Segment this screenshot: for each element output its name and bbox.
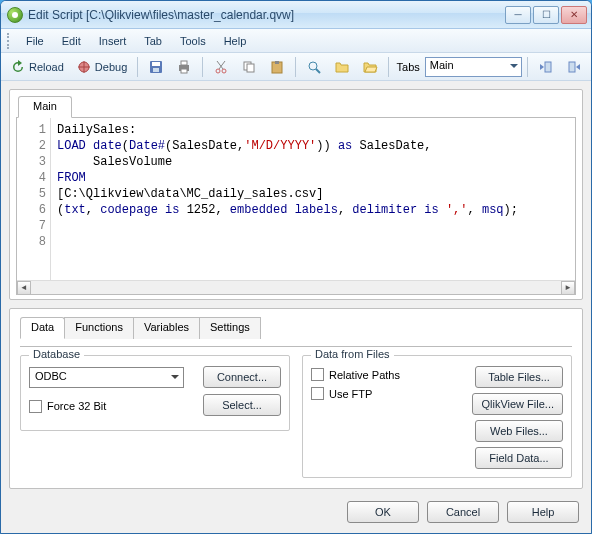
menu-tools[interactable]: Tools <box>171 32 215 50</box>
find-icon <box>306 59 322 75</box>
folder-icon <box>334 59 350 75</box>
line-gutter: 12345678 <box>17 118 51 294</box>
database-legend: Database <box>29 348 84 360</box>
svg-rect-4 <box>152 62 160 66</box>
relative-label: Relative Paths <box>329 369 400 381</box>
svg-line-18 <box>316 69 320 73</box>
svg-rect-14 <box>247 64 254 72</box>
svg-rect-5 <box>153 68 159 72</box>
web-files-button[interactable]: Web Files... <box>475 420 563 442</box>
reload-label: Reload <box>29 61 64 73</box>
paste-button[interactable] <box>264 56 290 78</box>
force32-label: Force 32 Bit <box>47 400 106 412</box>
toolbar: Reload Debug Tabs Main <box>1 53 591 81</box>
code-editor[interactable]: 12345678 DailySales:LOAD date(Date#(Sale… <box>16 117 576 295</box>
svg-rect-8 <box>181 69 187 73</box>
svg-point-9 <box>216 69 220 73</box>
database-type-combo[interactable]: ODBC <box>29 367 184 388</box>
arrow-left-icon <box>538 59 554 75</box>
use-ftp-checkbox[interactable]: Use FTP <box>311 387 464 400</box>
print-button[interactable] <box>171 56 197 78</box>
menu-help[interactable]: Help <box>215 32 256 50</box>
debug-icon <box>76 59 92 75</box>
cut-icon <box>213 59 229 75</box>
folder-open-icon <box>362 59 378 75</box>
force32-checkbox[interactable]: Force 32 Bit <box>29 400 106 413</box>
print-icon <box>176 59 192 75</box>
cut-button[interactable] <box>208 56 234 78</box>
tab-functions[interactable]: Functions <box>64 317 134 339</box>
field-data-button[interactable]: Field Data... <box>475 447 563 469</box>
copy-icon <box>241 59 257 75</box>
tab-settings[interactable]: Settings <box>199 317 261 339</box>
menu-insert[interactable]: Insert <box>90 32 136 50</box>
minimize-button[interactable]: ─ <box>505 6 531 24</box>
debug-label: Debug <box>95 61 127 73</box>
content-area: Main 12345678 DailySales:LOAD date(Date#… <box>1 81 591 533</box>
tab-move-right-button[interactable] <box>561 56 587 78</box>
app-icon <box>7 7 23 23</box>
horizontal-scrollbar[interactable]: ◄ ► <box>17 280 575 294</box>
ftp-label: Use FTP <box>329 388 372 400</box>
database-group: Database ODBC Connect... Force 32 Bit <box>20 355 290 431</box>
arrow-right-icon <box>566 59 582 75</box>
edit-script-window: Edit Script [C:\Qlikview\files\master_ca… <box>0 0 592 534</box>
svg-point-17 <box>309 62 317 70</box>
bottom-panel: Data Functions Variables Settings Databa… <box>9 308 583 489</box>
open-button[interactable] <box>329 56 355 78</box>
checkbox-icon <box>29 400 42 413</box>
find-button[interactable] <box>301 56 327 78</box>
script-tab-main[interactable]: Main <box>18 96 72 118</box>
menu-edit[interactable]: Edit <box>53 32 90 50</box>
tabs-combo[interactable]: Main <box>425 57 522 77</box>
titlebar[interactable]: Edit Script [C:\Qlikview\files\master_ca… <box>1 1 591 29</box>
open2-button[interactable] <box>357 56 383 78</box>
checkbox-icon <box>311 387 324 400</box>
svg-rect-19 <box>545 62 551 72</box>
svg-rect-20 <box>569 62 575 72</box>
menu-tab[interactable]: Tab <box>135 32 171 50</box>
tab-data[interactable]: Data <box>20 317 65 339</box>
maximize-button[interactable]: ☐ <box>533 6 559 24</box>
save-button[interactable] <box>143 56 169 78</box>
cancel-button[interactable]: Cancel <box>427 501 499 523</box>
help-button[interactable]: Help <box>507 501 579 523</box>
reload-icon <box>10 59 26 75</box>
files-group: Data from Files Relative Paths Use FTP <box>302 355 572 478</box>
debug-button[interactable]: Debug <box>71 56 132 78</box>
files-legend: Data from Files <box>311 348 394 360</box>
scroll-left-icon[interactable]: ◄ <box>17 281 31 295</box>
reload-button[interactable]: Reload <box>5 56 69 78</box>
dialog-buttons: OK Cancel Help <box>9 497 583 523</box>
menu-file[interactable]: File <box>17 32 53 50</box>
grip-icon <box>7 33 11 49</box>
select-button[interactable]: Select... <box>203 394 281 416</box>
table-files-button[interactable]: Table Files... <box>475 366 563 388</box>
svg-rect-7 <box>181 61 187 65</box>
menubar: File Edit Insert Tab Tools Help <box>1 29 591 53</box>
close-button[interactable]: ✕ <box>561 6 587 24</box>
copy-button[interactable] <box>236 56 262 78</box>
window-title: Edit Script [C:\Qlikview\files\master_ca… <box>28 8 505 22</box>
connect-button[interactable]: Connect... <box>203 366 281 388</box>
paste-icon <box>269 59 285 75</box>
tabs-label: Tabs <box>394 61 423 73</box>
tab-move-left-button[interactable] <box>533 56 559 78</box>
ok-button[interactable]: OK <box>347 501 419 523</box>
tab-variables[interactable]: Variables <box>133 317 200 339</box>
svg-point-10 <box>222 69 226 73</box>
qlikview-file-button[interactable]: QlikView File... <box>472 393 563 415</box>
code-text[interactable]: DailySales:LOAD date(Date#(SalesDate,'M/… <box>51 118 575 294</box>
editor-panel: Main 12345678 DailySales:LOAD date(Date#… <box>9 89 583 300</box>
save-icon <box>148 59 164 75</box>
relative-paths-checkbox[interactable]: Relative Paths <box>311 368 464 381</box>
svg-rect-16 <box>275 61 279 64</box>
scroll-right-icon[interactable]: ► <box>561 281 575 295</box>
checkbox-icon <box>311 368 324 381</box>
